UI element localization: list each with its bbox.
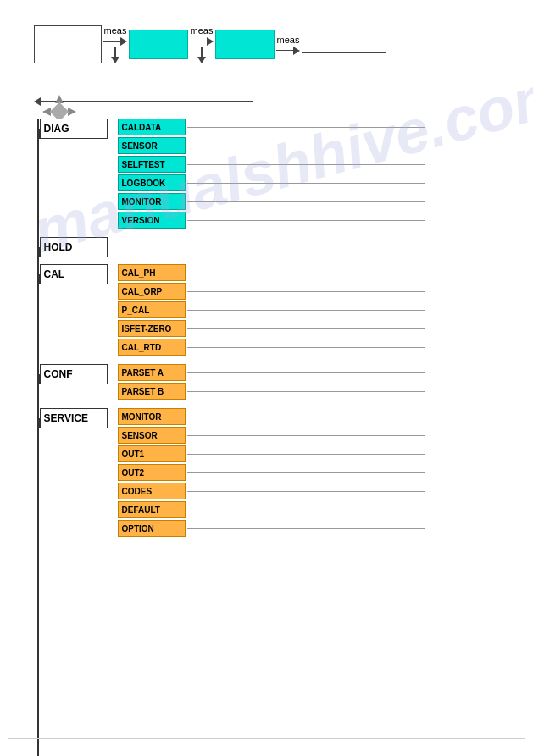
- diag-subitems: CALDATA SENSOR SELFTEST LO: [118, 119, 425, 230]
- line: [187, 372, 425, 373]
- service-monitor-button[interactable]: MONITOR: [118, 408, 186, 425]
- section-cal: CAL CAL_PH CAL_ORP P_CAL IS: [38, 264, 525, 357]
- diag-monitor-button[interactable]: MONITOR: [118, 193, 186, 210]
- line: [187, 491, 425, 492]
- line: [187, 391, 425, 392]
- line: [187, 164, 425, 165]
- list-item: LOGBOOK: [118, 174, 425, 191]
- list-item: CODES: [118, 483, 425, 499]
- logbook-button[interactable]: LOGBOOK: [118, 174, 186, 191]
- diag-label: DIAG: [40, 119, 108, 139]
- caldata-button[interactable]: CALDATA: [118, 119, 186, 135]
- p-cal-button[interactable]: P_CAL: [118, 301, 186, 318]
- line: [187, 347, 425, 348]
- hold-label: HOLD: [40, 237, 108, 257]
- top-flow-section: meas meas: [8, 8, 525, 119]
- svg-marker-3: [68, 108, 76, 116]
- list-item: PARSET A: [118, 364, 425, 381]
- list-item: P_CAL: [118, 301, 425, 318]
- line: [187, 273, 425, 273]
- list-item: CAL_RTD: [118, 339, 425, 356]
- line: [187, 510, 425, 510]
- diag-sensor-button[interactable]: SENSOR: [118, 137, 186, 154]
- cal-rtd-button[interactable]: CAL_RTD: [118, 339, 186, 356]
- line: [187, 127, 425, 128]
- flow-box-2: [129, 30, 188, 59]
- list-item: OUT1: [118, 445, 425, 462]
- list-item: CAL_PH: [118, 264, 425, 281]
- conf-subitems: PARSET A PARSET B: [118, 364, 425, 401]
- codes-button[interactable]: CODES: [118, 483, 186, 499]
- list-item: MONITOR: [118, 193, 425, 210]
- line: [187, 201, 425, 202]
- list-item: VERSION: [118, 212, 425, 229]
- out2-button[interactable]: OUT2: [118, 464, 186, 481]
- line: [187, 328, 425, 329]
- cal-label: CAL: [40, 264, 108, 284]
- parset-a-button[interactable]: PARSET A: [118, 364, 186, 381]
- out1-button[interactable]: OUT1: [118, 445, 186, 462]
- page-container: manualshhive.com meas meas: [0, 0, 533, 756]
- list-item: DEFAULT: [118, 501, 425, 518]
- option-button[interactable]: OPTION: [118, 520, 186, 537]
- svg-marker-2: [42, 108, 51, 116]
- flow-label-1: meas: [104, 25, 127, 36]
- section-service: SERVICE MONITOR SENSOR OUT1: [38, 408, 525, 538]
- default-button[interactable]: DEFAULT: [118, 501, 186, 518]
- cal-subitems: CAL_PH CAL_ORP P_CAL ISFET-ZERO: [118, 264, 425, 357]
- list-item: CALDATA: [118, 119, 425, 135]
- menu-tree: DIAG CALDATA SENSOR SELFTEST: [21, 119, 525, 545]
- flow-box-1: [34, 25, 102, 63]
- line: [187, 220, 425, 221]
- list-item: SELFTEST: [118, 156, 425, 173]
- list-item: PARSET B: [118, 383, 425, 400]
- cal-ph-button[interactable]: CAL_PH: [118, 264, 186, 281]
- parset-b-button[interactable]: PARSET B: [118, 383, 186, 400]
- list-item: OPTION: [118, 520, 425, 537]
- service-subitems: MONITOR SENSOR OUT1 OUT2: [118, 408, 425, 538]
- section-hold: HOLD: [38, 237, 525, 257]
- flow-label-2: meas: [191, 25, 214, 36]
- line: [187, 435, 425, 436]
- line: [187, 528, 425, 529]
- service-sensor-button[interactable]: SENSOR: [118, 427, 186, 444]
- conf-label: CONF: [40, 364, 108, 384]
- flow-label-3: meas: [277, 35, 300, 45]
- line: [187, 454, 425, 455]
- selftest-button[interactable]: SELFTEST: [118, 156, 186, 173]
- svg-marker-0: [55, 95, 64, 103]
- list-item: CAL_ORP: [118, 283, 425, 300]
- flow-box-3: [215, 30, 275, 59]
- section-diag: DIAG CALDATA SENSOR SELFTEST: [38, 119, 525, 230]
- line: [187, 291, 425, 292]
- menu-sections: DIAG CALDATA SENSOR SELFTEST: [38, 119, 525, 545]
- list-item: MONITOR: [118, 408, 425, 425]
- line: [187, 146, 425, 146]
- list-item: SENSOR: [118, 427, 425, 444]
- line: [187, 472, 425, 473]
- isfet-zero-button[interactable]: ISFET-ZERO: [118, 320, 186, 337]
- list-item: ISFET-ZERO: [118, 320, 425, 337]
- line: [187, 310, 425, 311]
- version-button[interactable]: VERSION: [118, 212, 186, 229]
- line: [187, 417, 425, 417]
- hold-line-area: [118, 237, 364, 254]
- cal-orp-button[interactable]: CAL_ORP: [118, 283, 186, 300]
- service-label: SERVICE: [40, 408, 108, 428]
- list-item: OUT2: [118, 464, 425, 481]
- bottom-border: [8, 738, 525, 739]
- flow-row: meas meas: [34, 25, 386, 63]
- list-item: SENSOR: [118, 137, 425, 154]
- section-conf: CONF PARSET A PARSET B: [38, 364, 525, 401]
- line: [187, 183, 425, 184]
